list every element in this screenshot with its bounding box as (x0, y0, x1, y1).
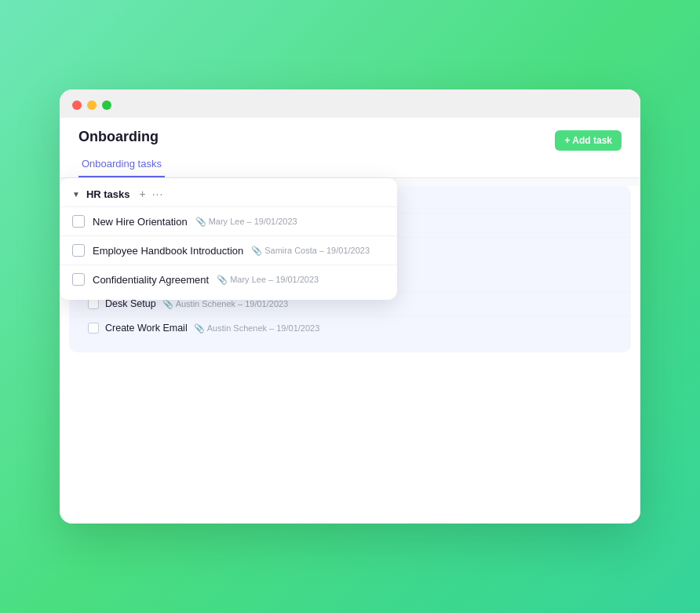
task-separator: – (238, 299, 242, 308)
task-assignee: Mary Lee (209, 217, 245, 226)
task-row: New Hire Orientation 📎 Mary Lee – 19/01/… (60, 206, 397, 235)
task-date: 19/01/2023 (276, 323, 319, 333)
hr-panel-header: ▼ HR tasks + ··· (60, 178, 397, 206)
task-separator: – (247, 217, 252, 226)
hr-add-icon[interactable]: + (140, 188, 146, 200)
task-date: 19/01/2023 (275, 275, 319, 284)
task-name: New Hire Orientation (93, 216, 188, 228)
task-date: 19/01/2023 (254, 217, 297, 226)
task-assignee: Mary Lee (230, 275, 266, 284)
task-name: Desk Setup (105, 298, 156, 309)
task-assignee: Austin Schenek (176, 299, 235, 308)
tab-onboarding-tasks[interactable]: Onboarding tasks (78, 151, 165, 177)
task-checkbox[interactable] (72, 215, 85, 228)
task-separator: – (319, 246, 324, 255)
task-meta: 📎 Mary Lee – 19/01/2023 (217, 275, 319, 285)
pin-icon: 📎 (195, 217, 206, 227)
hr-section-title: HR tasks (86, 188, 130, 200)
pin-icon: 📎 (217, 275, 228, 285)
page-title: Onboarding (78, 129, 159, 145)
maximize-dot[interactable] (102, 100, 111, 110)
hr-tasks-panel: ▼ HR tasks + ··· New Hire Orientation 📎 … (60, 178, 397, 300)
add-task-button[interactable]: + Add task (555, 130, 622, 151)
task-date: 19/01/2023 (245, 299, 288, 308)
task-name: Confidentiality Agreement (93, 274, 209, 286)
task-meta: 📎 Austin Schenek – 19/01/2023 (162, 299, 289, 309)
task-assignee: Samira Costa (264, 246, 317, 255)
inner-task-row: Create Work Email 📎 Austin Schenek – 19/… (69, 316, 631, 340)
titlebar (60, 89, 640, 118)
pin-icon: 📎 (251, 246, 262, 256)
hr-collapse-icon[interactable]: ▼ (72, 190, 80, 199)
task-checkbox[interactable] (88, 298, 99, 309)
minimize-dot[interactable] (87, 100, 97, 110)
close-dot[interactable] (72, 100, 82, 110)
task-separator: – (269, 323, 274, 333)
app-window: Onboarding + Add task Onboarding tasks ▼… (60, 89, 640, 524)
app-header: Onboarding + Add task Onboarding tasks (60, 118, 640, 178)
task-checkbox[interactable] (72, 273, 85, 286)
task-date: 19/01/2023 (326, 246, 370, 255)
task-name: Employee Handbook Introduction (93, 245, 243, 257)
task-meta: 📎 Mary Lee – 19/01/2023 (195, 217, 297, 227)
hr-more-icon[interactable]: ··· (152, 188, 164, 200)
task-separator: – (268, 275, 273, 284)
task-assignee: Austin Schenek (207, 323, 267, 333)
task-meta: 📎 Samira Costa – 19/01/2023 (251, 246, 370, 256)
task-checkbox[interactable] (72, 244, 85, 257)
task-meta: 📎 Austin Schenek – 19/01/2023 (194, 323, 320, 334)
task-row: Employee Handbook Introduction 📎 Samira … (60, 235, 397, 265)
task-name: Create Work Email (105, 323, 188, 334)
main-content: ▼ HR tasks + ··· New Hire Orientation 📎 … (60, 186, 640, 524)
pin-icon: 📎 (194, 323, 205, 334)
tab-bar: Onboarding tasks (78, 151, 622, 177)
task-row: Confidentiality Agreement 📎 Mary Lee – 1… (60, 265, 397, 294)
task-checkbox[interactable] (88, 323, 99, 334)
pin-icon: 📎 (162, 299, 173, 309)
